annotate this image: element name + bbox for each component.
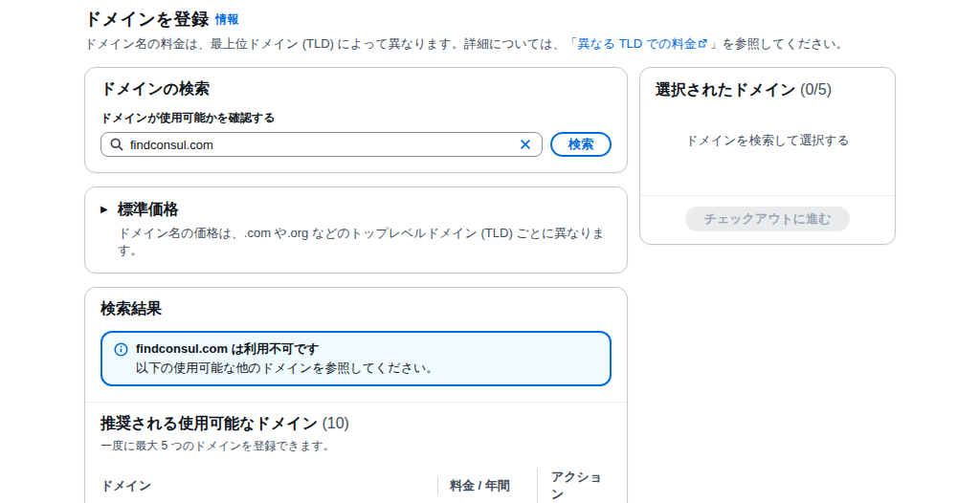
description-prefix: ドメイン名の料金は、最上位ドメイン (TLD) によって異なります。詳細について… xyxy=(84,36,577,51)
selected-panel-title: 選択されたドメイン (0/5) xyxy=(656,80,880,100)
external-link-icon xyxy=(697,37,708,52)
table-header-row: ドメイン 料金 / 年間 アクション xyxy=(100,460,612,503)
search-field-label: ドメインが使用可能かを確認する xyxy=(100,110,612,126)
clear-search-icon[interactable] xyxy=(518,138,533,151)
recommended-count: (10) xyxy=(322,415,348,431)
register-domains-page: ドメインを登録情報 ドメイン名の料金は、最上位ドメイン (TLD) によって異な… xyxy=(0,0,980,503)
domain-search-input[interactable] xyxy=(130,138,511,152)
recommended-domains-table: ドメイン 料金 / 年間 アクション findconsul.net 15.00 … xyxy=(100,460,612,503)
info-link[interactable]: 情報 xyxy=(215,12,238,26)
column-header-action: アクション xyxy=(537,469,612,503)
page-header: ドメインを登録情報 ドメイン名の料金は、最上位ドメイン (TLD) によって異な… xyxy=(84,8,896,53)
unavailable-info-alert: findconsul.com は利用不可です 以下の使用可能な他のドメインを参照… xyxy=(100,331,612,386)
column-header-price[interactable]: 料金 / 年間 xyxy=(437,477,537,494)
main-column: ドメインの検索 ドメインが使用可能かを確認する 検索 ▶ 標準価格 ドメイン名の… xyxy=(84,67,628,503)
search-icon xyxy=(110,138,123,151)
pricing-expander-title[interactable]: 標準価格 xyxy=(118,200,612,220)
search-button[interactable]: 検索 xyxy=(550,132,612,157)
tld-pricing-link[interactable]: 異なる TLD での料金 xyxy=(577,36,709,51)
recommended-subtitle: 一度に最大 5 つのドメインを登録できます。 xyxy=(100,438,612,454)
column-header-domain[interactable]: ドメイン xyxy=(100,477,437,494)
info-icon xyxy=(114,340,128,377)
description-suffix: 」を参照してください。 xyxy=(709,36,848,51)
alert-description: 以下の使用可能な他のドメインを参照してください。 xyxy=(136,360,438,377)
page-title: ドメインを登録 xyxy=(84,10,209,29)
side-column: 選択されたドメイン (0/5) ドメインを検索して選択する チェックアウトに進む xyxy=(639,67,896,245)
standard-pricing-expander: ▶ 標準価格 ドメイン名の価格は、.com や.org などのトップレベルドメイ… xyxy=(84,186,628,273)
search-results-card: 検索結果 findconsul.com は利用不可です 以下の使用可能な他のドメ… xyxy=(84,287,628,503)
domain-search-box xyxy=(100,132,543,157)
pricing-expander-description: ドメイン名の価格は、.com や.org などのトップレベルドメイン (TLD)… xyxy=(118,225,612,259)
search-card-title: ドメインの検索 xyxy=(100,79,612,99)
caret-right-icon[interactable]: ▶ xyxy=(100,200,118,259)
recommended-domains-section: 推奨される使用可能なドメイン (10) 一度に最大 5 つのドメインを登録できま… xyxy=(85,403,627,503)
recommended-title: 推奨される使用可能なドメイン (10) xyxy=(100,414,612,434)
results-card-title: 検索結果 xyxy=(100,299,612,319)
selected-count: (0/5) xyxy=(800,81,832,98)
selected-panel-footer: チェックアウトに進む xyxy=(640,195,895,244)
checkout-button[interactable]: チェックアウトに進む xyxy=(685,207,851,231)
page-description: ドメイン名の料金は、最上位ドメイン (TLD) によって異なります。詳細について… xyxy=(84,35,896,53)
domain-search-card: ドメインの検索 ドメインが使用可能かを確認する 検索 xyxy=(84,67,628,173)
alert-title: findconsul.com は利用不可です xyxy=(136,340,438,358)
selected-domains-panel: 選択されたドメイン (0/5) ドメインを検索して選択する チェックアウトに進む xyxy=(639,67,896,245)
selected-empty-state: ドメインを検索して選択する xyxy=(640,100,895,195)
